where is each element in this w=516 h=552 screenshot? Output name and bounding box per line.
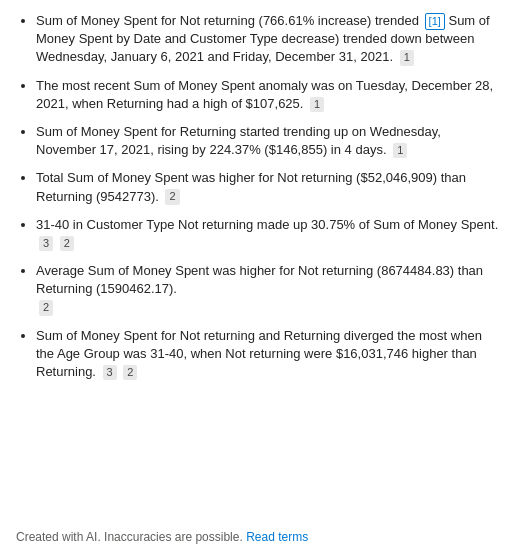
insight-text-1a: Sum of Money Spent for Not returning (76… [36,13,423,28]
insights-panel: Sum of Money Spent for Not returning (76… [0,0,516,552]
insight-text-3: Sum of Money Spent for Returning started… [36,124,441,157]
insight-text-2: The most recent Sum of Money Spent anoma… [36,78,493,111]
insight-badge-2: 1 [310,97,324,112]
insight-text-5: 31-40 in Customer Type Not returning mad… [36,217,498,232]
insight-item-1: Sum of Money Spent for Not returning (76… [36,12,500,67]
insights-list: Sum of Money Spent for Not returning (76… [16,12,500,508]
insight-text-6: Average Sum of Money Spent was higher fo… [36,263,483,296]
insight-item-6: Average Sum of Money Spent was higher fo… [36,262,500,317]
insight-badge-7a: 3 [103,365,117,380]
insight-badge-5a: 3 [39,236,53,251]
insight-badge-3: 1 [393,143,407,158]
insight-badge-7b: 2 [123,365,137,380]
footer-text: Created with AI. Inaccuracies are possib… [16,530,246,544]
insight-badge-1a: 1 [400,50,414,65]
insight-text-4: Total Sum of Money Spent was higher for … [36,170,466,203]
read-terms-link[interactable]: Read terms [246,530,308,544]
insight-link-ref-1[interactable]: [1] [425,13,445,30]
insight-item-4: Total Sum of Money Spent was higher for … [36,169,500,205]
insight-item-2: The most recent Sum of Money Spent anoma… [36,77,500,113]
insight-badge-5b: 2 [60,236,74,251]
footer: Created with AI. Inaccuracies are possib… [16,524,500,544]
insight-badge-4: 2 [165,189,179,204]
insight-badge-6: 2 [39,300,53,315]
insight-item-3: Sum of Money Spent for Returning started… [36,123,500,159]
insight-item-5: 31-40 in Customer Type Not returning mad… [36,216,500,252]
insight-item-7: Sum of Money Spent for Not returning and… [36,327,500,382]
